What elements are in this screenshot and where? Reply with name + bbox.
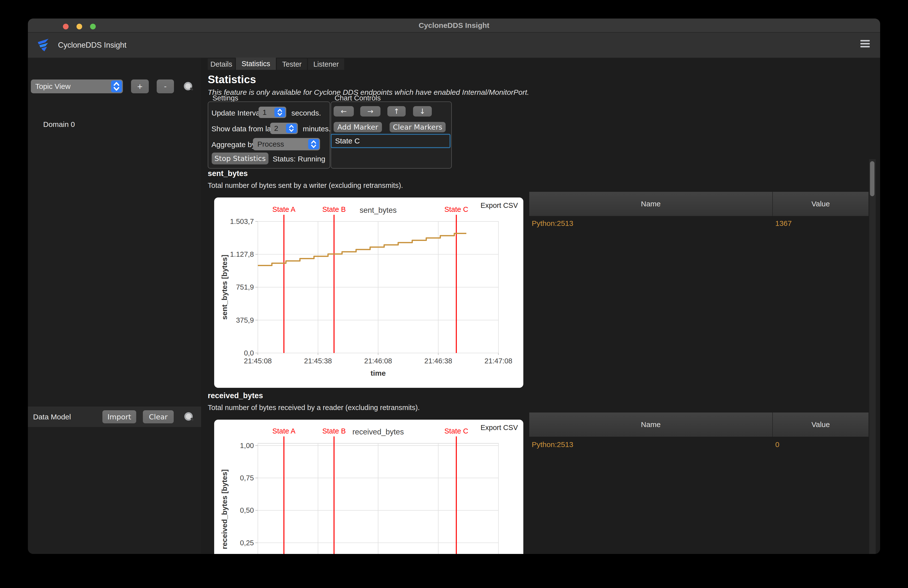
tree-item-domain-0[interactable]: Domain 0 (43, 120, 75, 129)
app-window: CycloneDDS Insight CycloneDDS Insight To… (28, 19, 880, 554)
received-bytes-table: Name Value Python:2513 0 (529, 412, 869, 452)
svg-text:1.127,8: 1.127,8 (230, 250, 254, 258)
svg-text:0,50: 0,50 (240, 506, 254, 514)
page-title: Statistics (208, 73, 256, 85)
import-button[interactable]: Import (102, 410, 136, 423)
table-row[interactable]: Python:2513 0 (529, 438, 869, 451)
vertical-scrollbar[interactable] (869, 159, 876, 554)
show-data-value: 2 (274, 123, 279, 134)
row-value: 0 (772, 440, 779, 449)
svg-text:21:45:38: 21:45:38 (304, 357, 332, 365)
view-selector-value: Topic View (35, 79, 71, 93)
cyclonedds-logo-icon (37, 38, 51, 52)
clear-markers-button[interactable]: Clear Markers (390, 122, 446, 132)
data-model-label: Data Model (33, 407, 71, 427)
pan-right-button[interactable]: → (360, 106, 380, 116)
aggregate-value: Process (258, 138, 284, 150)
svg-text:State B: State B (322, 427, 346, 435)
data-model-bar: Data Model Import Clear (28, 407, 201, 427)
status-label: Status: Running (273, 155, 325, 163)
tab-details[interactable]: Details (208, 58, 235, 70)
search-icon[interactable] (184, 81, 193, 91)
add-marker-button[interactable]: Add Marker (333, 122, 382, 132)
section-desc-received-bytes: Total number of bytes received by a read… (208, 404, 420, 412)
update-interval-value: 1 (262, 106, 267, 118)
svg-text:1.503,7: 1.503,7 (230, 217, 254, 226)
window-title: CycloneDDS Insight (28, 19, 880, 32)
row-value: 1367 (772, 219, 792, 227)
table-row[interactable]: Python:2513 1367 (529, 217, 869, 230)
chevron-updown-icon (111, 81, 122, 92)
svg-text:State B: State B (322, 205, 346, 213)
sent-bytes-chart: Export CSV 0,0375,9751,91.127,81.503,721… (214, 198, 523, 388)
section-title-received-bytes: received_bytes (208, 391, 263, 400)
tab-listener[interactable]: Listener (308, 58, 344, 70)
pan-up-button[interactable]: ↑ (387, 106, 406, 116)
clear-button[interactable]: Clear (143, 410, 174, 423)
app-name: CycloneDDS Insight (58, 32, 126, 58)
section-desc-sent-bytes: Total number of bytes sent by a writer (… (208, 181, 403, 190)
row-name: Python:2513 (529, 440, 772, 449)
show-data-label: Show data from last (211, 125, 277, 133)
column-header-value[interactable]: Value (773, 412, 869, 437)
show-data-suffix: minutes. (303, 125, 331, 133)
section-title-sent-bytes: sent_bytes (208, 169, 248, 178)
update-interval-suffix: seconds. (291, 109, 321, 117)
aggregate-label: Aggregate by: (211, 140, 258, 149)
sidebar: Topic View + - Domain 0 Data Model Impor… (28, 58, 201, 554)
menu-icon[interactable] (860, 40, 870, 50)
svg-text:sent_bytes: sent_bytes (360, 206, 397, 214)
svg-text:received_bytes [bytes]: received_bytes [bytes] (221, 469, 229, 549)
app-header: CycloneDDS Insight (28, 32, 880, 58)
svg-text:0,25: 0,25 (240, 539, 254, 547)
column-header-name[interactable]: Name (529, 412, 773, 437)
sent-bytes-table: Name Value Python:2513 1367 (529, 192, 869, 231)
scrollbar-thumb[interactable] (870, 161, 874, 196)
update-interval-label: Update Interval: (211, 109, 264, 117)
svg-text:received_bytes: received_bytes (353, 427, 404, 436)
row-name: Python:2513 (529, 219, 772, 227)
pan-down-button[interactable]: ↓ (413, 106, 432, 116)
svg-text:375,9: 375,9 (236, 316, 254, 324)
svg-text:State A: State A (272, 427, 296, 435)
remove-view-button[interactable]: - (157, 79, 174, 93)
tab-statistics[interactable]: Statistics (236, 58, 276, 70)
column-header-name[interactable]: Name (529, 192, 773, 216)
svg-text:21:46:08: 21:46:08 (364, 357, 392, 365)
svg-text:0,75: 0,75 (240, 474, 254, 482)
settings-group-label: Settings (213, 94, 238, 102)
svg-text:State C: State C (444, 427, 468, 435)
svg-text:time: time (370, 369, 386, 377)
svg-text:0,0: 0,0 (244, 349, 254, 357)
column-header-value[interactable]: Value (773, 192, 869, 216)
svg-text:21:47:08: 21:47:08 (485, 357, 512, 365)
data-model-search-icon[interactable] (184, 412, 194, 422)
pan-left-button[interactable]: ← (333, 106, 354, 116)
titlebar[interactable]: CycloneDDS Insight (28, 19, 880, 32)
chevron-updown-icon (286, 124, 297, 133)
svg-text:1,00: 1,00 (240, 441, 254, 449)
svg-text:751,9: 751,9 (236, 283, 254, 291)
show-data-stepper[interactable]: 2 (270, 123, 298, 134)
chevron-updown-icon (308, 139, 319, 149)
svg-text:21:45:08: 21:45:08 (244, 357, 272, 365)
chart-controls-group-label: Chart Controls (335, 94, 381, 102)
view-selector-dropdown[interactable]: Topic View (31, 79, 123, 93)
svg-text:21:46:38: 21:46:38 (424, 357, 452, 365)
update-interval-stepper[interactable]: 1 (259, 106, 286, 118)
add-view-button[interactable]: + (131, 79, 149, 93)
chevron-updown-icon (274, 108, 285, 117)
tab-tester[interactable]: Tester (277, 58, 307, 70)
stop-statistics-button[interactable]: Stop Statistics (212, 153, 269, 164)
svg-text:sent_bytes [bytes]: sent_bytes [bytes] (221, 255, 229, 320)
received-bytes-chart: Export CSV 1,000,750,500,2521:45:0821:45… (214, 420, 523, 554)
svg-text:State C: State C (444, 205, 468, 213)
svg-text:State A: State A (272, 205, 296, 213)
aggregate-dropdown[interactable]: Process (253, 138, 320, 150)
marker-name-input[interactable] (331, 134, 451, 148)
